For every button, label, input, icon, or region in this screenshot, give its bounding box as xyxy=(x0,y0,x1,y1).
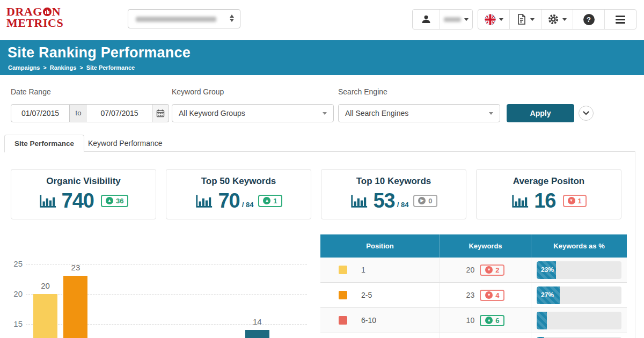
chevron-down-icon xyxy=(489,112,493,115)
bar-chart-icon xyxy=(511,193,529,209)
chart-bar-value-label: 14 xyxy=(240,317,275,326)
user-icon xyxy=(421,14,431,24)
menu-icon xyxy=(616,16,625,24)
main-menu-button[interactable] xyxy=(605,10,636,29)
y-axis-tick-label: 20 xyxy=(11,289,23,298)
position-color-swatch xyxy=(339,316,347,325)
card-organic-visibility: Organic Visibility 740 ▲36 xyxy=(11,169,156,219)
keywords-by-position-chart: 252015202314 xyxy=(11,258,311,338)
toolbar-button-group: ? xyxy=(478,9,636,30)
logo-chart-o-icon xyxy=(43,8,52,16)
keyword-count: 20 xyxy=(466,266,475,274)
dragon-metrics-logo[interactable]: DRAGN METRICS xyxy=(6,6,63,28)
percent-bar-fill: 23% xyxy=(537,261,556,279)
card-title: Organic Visibility xyxy=(11,176,156,187)
chevron-down-icon xyxy=(464,18,469,21)
column-header-position: Position xyxy=(320,234,440,258)
date-to-input[interactable] xyxy=(87,104,152,122)
breadcrumb: Campaigns>Rankings>Site Performance xyxy=(8,64,135,71)
position-color-swatch xyxy=(339,266,347,274)
keyword-group-select[interactable]: All Keyword Groups xyxy=(172,104,334,122)
delta-badge: ▲6 xyxy=(480,315,504,326)
percent-bar-track xyxy=(537,312,621,329)
card-average-position: Average Positon 16 ▼1 xyxy=(476,169,621,219)
position-label: 6-10 xyxy=(361,316,376,325)
percent-bar-track: 23% xyxy=(537,261,621,279)
stat-cards-row: Organic Visibility 740 ▲36 Top 50 Keywor… xyxy=(11,169,621,219)
chevron-down-icon xyxy=(323,112,327,115)
percent-bar-fill: 27% xyxy=(537,286,560,304)
bar-chart-icon xyxy=(39,193,57,209)
help-icon: ? xyxy=(583,14,595,25)
stat-value: 53 xyxy=(373,189,394,212)
user-profile-button[interactable] xyxy=(413,10,440,29)
delta-badge: ▼4 xyxy=(480,290,504,301)
search-engine-label: Search Engine xyxy=(338,87,387,96)
y-axis-tick-label: 15 xyxy=(11,319,23,328)
table-row: 6-10 10 ▲6 xyxy=(320,308,627,333)
date-range-label: Date Range xyxy=(11,87,51,96)
table-row-partial xyxy=(320,333,627,338)
settings-button[interactable] xyxy=(541,10,573,29)
card-title: Top 50 Keywords xyxy=(166,176,311,187)
tab-keyword-performance[interactable]: Keyword Performance xyxy=(78,135,172,152)
reports-button[interactable] xyxy=(510,10,541,29)
position-color-swatch xyxy=(339,291,347,299)
campaign-selector[interactable] xyxy=(128,9,240,28)
redacted-campaign-name xyxy=(136,17,216,22)
breadcrumb-site-performance: Site Performance xyxy=(86,64,135,71)
page-banner: Site Ranking Performance Campaigns>Ranki… xyxy=(0,40,644,75)
chart-bar xyxy=(63,276,87,338)
language-button[interactable] xyxy=(478,10,510,29)
user-menu-button[interactable] xyxy=(440,10,472,29)
date-from-input[interactable] xyxy=(11,104,70,122)
position-label: 2-5 xyxy=(361,291,372,299)
calendar-button[interactable] xyxy=(152,104,169,122)
card-title: Average Positon xyxy=(477,176,621,187)
chevron-down-icon xyxy=(530,18,535,21)
card-top-50-keywords: Top 50 Keywords 70 / 84 ▲1 xyxy=(166,169,311,219)
column-header-keywords: Keywords xyxy=(440,234,531,258)
breadcrumb-rankings[interactable]: Rankings xyxy=(50,64,77,71)
expand-filters-button[interactable] xyxy=(579,106,594,121)
delta-arrow-icon: ▲ xyxy=(485,317,493,324)
keyword-count: 10 xyxy=(466,316,475,325)
table-row: 2-5 23 ▼4 27% xyxy=(320,283,627,308)
chevron-down-icon xyxy=(583,111,589,115)
chart-bar-value-label: 20 xyxy=(28,281,63,290)
delta-arrow-icon: ▲ xyxy=(106,197,113,204)
redacted-username xyxy=(444,17,461,22)
percent-bar-fill xyxy=(537,312,547,329)
delta-badge: ▲36 xyxy=(101,195,128,207)
delta-badge: ▼1 xyxy=(563,195,587,207)
breadcrumb-campaigns[interactable]: Campaigns xyxy=(8,64,40,71)
page-title: Site Ranking Performance xyxy=(8,45,191,61)
select-stepper-icon xyxy=(230,14,234,22)
date-range-group: to xyxy=(11,104,169,122)
calendar-icon xyxy=(156,109,165,117)
tab-site-performance[interactable]: Site Performance xyxy=(4,135,84,152)
delta-arrow-icon: ▼ xyxy=(485,291,493,299)
chart-bar xyxy=(245,330,269,338)
user-button-group xyxy=(412,9,473,30)
gear-icon xyxy=(547,13,559,25)
stat-value: 70 xyxy=(218,189,239,212)
table-row: 1 20 ▼2 23% xyxy=(320,258,627,283)
search-engine-select[interactable]: All Search Engines xyxy=(338,104,500,122)
chart-bar-value-label: 23 xyxy=(58,263,93,272)
page: DRAGN METRICS xyxy=(0,0,644,338)
help-button[interactable]: ? xyxy=(573,10,605,29)
delta-badge: ▲1 xyxy=(258,195,282,207)
column-header-keywords-as-pct: Keywords as % xyxy=(531,234,627,258)
keyword-count: 23 xyxy=(466,291,475,299)
table-header: Position Keywords Keywords as % xyxy=(320,234,627,258)
apply-button[interactable]: Apply xyxy=(507,104,574,122)
position-table: Position Keywords Keywords as % 1 20 ▼2 … xyxy=(320,234,627,338)
stat-value: 16 xyxy=(534,189,555,212)
logo-line-2: METRICS xyxy=(6,17,63,28)
delta-arrow-icon: ▶ xyxy=(418,197,426,204)
bar-chart-icon xyxy=(350,193,368,209)
delta-arrow-icon: ▼ xyxy=(485,266,493,274)
date-range-separator: to xyxy=(70,104,87,122)
chevron-down-icon xyxy=(499,18,503,21)
